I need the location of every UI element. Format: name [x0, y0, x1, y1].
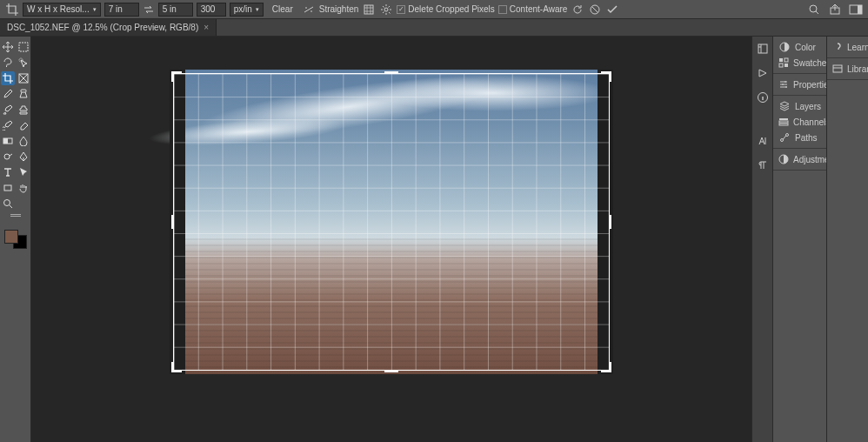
swatches-panel-button[interactable]: Swatches [773, 55, 826, 70]
move-tool[interactable] [1, 40, 15, 54]
paragraph-panel-icon[interactable] [756, 158, 770, 172]
crop-options-gear-icon[interactable] [379, 3, 393, 17]
color-label: Color [795, 43, 816, 52]
blur-tool[interactable] [17, 134, 30, 148]
clear-button[interactable]: Clear [267, 3, 298, 17]
svg-rect-10 [21, 90, 26, 92]
crop-handle-tl[interactable] [171, 71, 184, 84]
commit-crop-icon[interactable] [605, 3, 619, 17]
chevron-down-icon: ▾ [256, 3, 259, 16]
quick-select-tool[interactable] [17, 56, 30, 70]
crop-height-input[interactable]: 5 in [158, 3, 193, 17]
svg-rect-27 [779, 121, 788, 123]
swatches-label: Swatches [793, 58, 831, 68]
svg-point-23 [785, 81, 786, 83]
libraries-panel-button[interactable]: Libraries [827, 61, 868, 77]
svg-rect-12 [3, 138, 8, 144]
lasso-tool[interactable] [1, 56, 15, 70]
crop-width-input[interactable]: 7 in [104, 3, 139, 17]
close-tab-icon[interactable]: × [204, 23, 209, 32]
character-panel-icon[interactable] [756, 134, 770, 148]
healing-brush-tool[interactable] [17, 87, 30, 101]
paths-panel-button[interactable]: Paths [773, 130, 826, 145]
share-icon[interactable] [828, 3, 842, 17]
canvas-area[interactable] [31, 37, 751, 442]
svg-point-25 [785, 86, 787, 88]
color-icon [778, 41, 791, 53]
rectangle-tool[interactable] [1, 181, 15, 195]
color-swatches[interactable] [4, 230, 27, 249]
channels-label: Channels [793, 117, 830, 127]
foreground-color-swatch[interactable] [4, 230, 18, 244]
svg-rect-19 [779, 58, 783, 62]
color-panel-button[interactable]: Color [773, 39, 826, 55]
tools-panel [0, 37, 31, 442]
pen-tool[interactable] [17, 150, 30, 164]
overlay-options-icon[interactable] [362, 3, 376, 17]
ratio-preset-select[interactable]: W x H x Resol...▾ [23, 3, 101, 17]
search-icon[interactable] [807, 3, 821, 17]
hand-tool[interactable] [17, 181, 30, 195]
delete-cropped-checkbox[interactable]: ✓Delete Cropped Pixels [397, 4, 495, 14]
reset-crop-icon[interactable] [571, 3, 584, 17]
swap-dimensions-icon[interactable] [143, 3, 155, 16]
panels-column: Color Swatches Properties Layers Channel… [772, 37, 826, 442]
properties-panel-button[interactable]: Properties [773, 77, 826, 92]
frame-tool[interactable] [17, 71, 30, 85]
crop-handle-t[interactable] [384, 71, 398, 75]
crop-handle-bl[interactable] [171, 360, 184, 372]
svg-rect-20 [785, 58, 788, 62]
straighten-label[interactable]: Straighten [319, 4, 359, 14]
crop-handle-r[interactable] [608, 215, 611, 229]
layers-panel-button[interactable]: Layers [773, 98, 826, 114]
crop-tool[interactable] [1, 71, 15, 85]
dodge-tool[interactable] [1, 150, 15, 164]
crop-handle-br[interactable] [599, 360, 611, 372]
crop-handle-b[interactable] [384, 369, 398, 372]
svg-point-1 [384, 8, 388, 11]
resolution-unit-select[interactable]: px/in▾ [230, 3, 264, 17]
clone-stamp-tool[interactable] [17, 103, 30, 117]
document-tab-bar: DSC_1052.NEF @ 12.5% (Crop Preview, RGB/… [0, 19, 868, 37]
document-tab[interactable]: DSC_1052.NEF @ 12.5% (Crop Preview, RGB/… [0, 19, 217, 36]
cancel-crop-icon[interactable] [588, 3, 602, 17]
delete-cropped-label: Delete Cropped Pixels [408, 4, 495, 14]
resolution-input[interactable]: 300 [197, 3, 226, 17]
svg-point-15 [3, 200, 10, 206]
info-panel-icon[interactable] [756, 90, 770, 104]
learn-panel-button[interactable]: Learn [827, 39, 868, 55]
brush-tool[interactable] [1, 103, 15, 117]
crop-handle-tr[interactable] [599, 71, 611, 84]
document-tab-label: DSC_1052.NEF @ 12.5% (Crop Preview, RGB/… [7, 23, 198, 32]
crop-box[interactable] [170, 70, 613, 374]
type-tool[interactable] [1, 165, 15, 179]
svg-point-24 [782, 84, 784, 85]
straighten-icon[interactable] [302, 3, 316, 17]
history-brush-tool[interactable] [1, 118, 15, 132]
svg-rect-21 [779, 64, 783, 67]
eyedropper-tool[interactable] [1, 87, 15, 101]
svg-rect-32 [833, 65, 842, 72]
eraser-tool[interactable] [17, 118, 30, 132]
history-panel-icon[interactable] [756, 42, 770, 56]
content-aware-checkbox[interactable]: Content-Aware [498, 4, 568, 14]
learn-label: Learn [847, 43, 868, 52]
edit-toolbar-icon[interactable] [10, 214, 21, 221]
paths-label: Paths [795, 133, 818, 143]
ratio-preset-label: W x H x Resol... [27, 3, 90, 16]
channels-panel-button[interactable]: Channels [773, 114, 826, 130]
channels-icon [778, 116, 789, 128]
actions-panel-icon[interactable] [756, 66, 770, 80]
crop-handle-l[interactable] [171, 215, 175, 229]
svg-rect-6 [858, 5, 862, 14]
collapsed-panel-strip [751, 37, 772, 442]
path-select-tool[interactable] [17, 165, 30, 179]
adjustments-panel-button[interactable]: Adjustments [773, 151, 826, 167]
learn-column: Learn Libraries [826, 37, 868, 442]
zoom-tool[interactable] [1, 197, 15, 211]
workspace-switcher-icon[interactable] [849, 3, 863, 17]
document-image[interactable] [170, 70, 613, 374]
gradient-tool[interactable] [1, 134, 15, 148]
content-aware-label: Content-Aware [510, 4, 568, 14]
marquee-tool[interactable] [17, 40, 30, 54]
